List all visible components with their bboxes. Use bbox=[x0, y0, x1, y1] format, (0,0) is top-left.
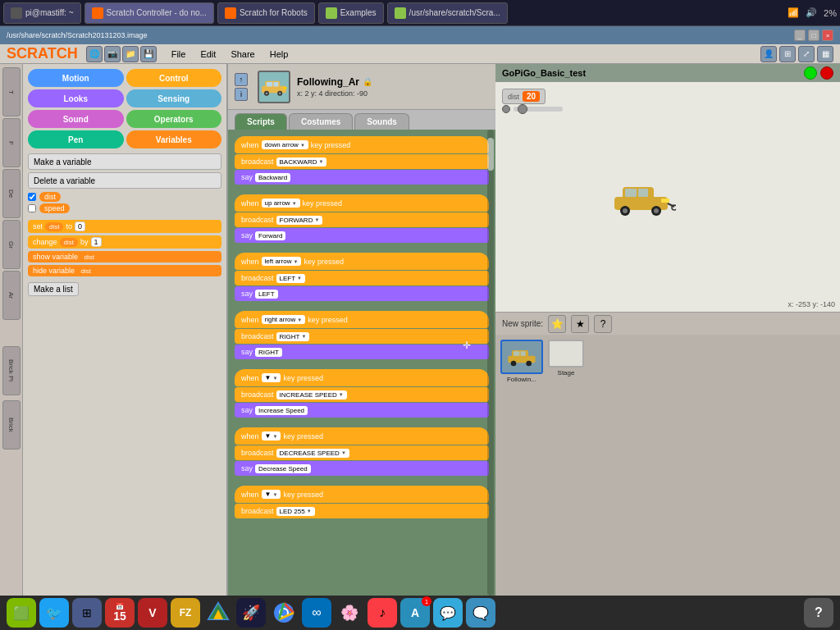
dock-appstore[interactable]: A 1 bbox=[400, 598, 430, 628]
block-broadcast-left[interactable]: broadcast LEFT ▼ bbox=[235, 271, 489, 285]
block-key-dropdown-4[interactable]: right arrow ▼ bbox=[262, 315, 306, 324]
menu-edit[interactable]: Edit bbox=[194, 48, 222, 61]
dock-google-drive[interactable] bbox=[203, 598, 233, 628]
block-when-key-decrease[interactable]: when ▼ ▼ key pressed bbox=[235, 427, 489, 445]
run-button[interactable] bbox=[804, 66, 817, 80]
dock-chat[interactable]: 🗨️ bbox=[466, 598, 495, 628]
script-area[interactable]: when down arrow ▼ key pressed broadcast … bbox=[228, 130, 495, 596]
block-say-forward[interactable]: say Forward bbox=[235, 228, 489, 243]
block-broadcast-increase[interactable]: broadcast INCREASE SPEED ▼ bbox=[235, 387, 489, 402]
tab-sounds[interactable]: Sounds bbox=[354, 113, 409, 130]
block-broadcast-val-3[interactable]: LEFT ▼ bbox=[276, 274, 306, 283]
block-broadcast-led[interactable]: broadcast LED 255 ▼ bbox=[235, 504, 489, 518]
folder-icon[interactable]: 📁 bbox=[122, 46, 139, 62]
block-broadcast-val-6[interactable]: DECREASE SPEED ▼ bbox=[276, 449, 349, 458]
maximize-button[interactable]: □ bbox=[808, 30, 819, 41]
delete-variable-button[interactable]: Delete a variable bbox=[28, 172, 221, 189]
expand-icon[interactable]: ⤢ bbox=[798, 46, 815, 62]
dock-pinwheel[interactable]: 🌸 bbox=[335, 598, 364, 628]
block-broadcast-val-1[interactable]: BACKWARD ▼ bbox=[276, 158, 327, 167]
category-pen[interactable]: Pen bbox=[28, 130, 124, 148]
camera-icon[interactable]: 📷 bbox=[104, 46, 121, 62]
sprite-item-stage[interactable]: Stage bbox=[548, 340, 584, 383]
category-operators[interactable]: Operators bbox=[126, 110, 222, 128]
menu-file[interactable]: File bbox=[165, 48, 193, 61]
close-button[interactable]: × bbox=[822, 30, 833, 41]
block-say-decrease[interactable]: say Decrease Speed bbox=[235, 461, 489, 476]
block-broadcast-backward[interactable]: broadcast BACKWARD ▼ bbox=[235, 154, 489, 169]
block-key-dropdown-6[interactable]: ▼ ▼ bbox=[262, 431, 281, 441]
block-set-dist[interactable]: set dist to 0 bbox=[28, 220, 221, 233]
category-motion[interactable]: Motion bbox=[28, 69, 124, 87]
block-show-variable[interactable]: show variable dist bbox=[28, 251, 221, 262]
new-sprite-random-button[interactable]: ? bbox=[594, 315, 612, 333]
block-when-left-arrow[interactable]: when left arrow ▼ key pressed bbox=[235, 253, 489, 270]
block-when-key-led[interactable]: when ▼ ▼ key pressed bbox=[235, 486, 489, 503]
category-sound[interactable]: Sound bbox=[28, 110, 124, 128]
menu-help[interactable]: Help bbox=[263, 48, 295, 61]
tab-scratch-robots[interactable]: Scratch for Robots bbox=[217, 2, 315, 24]
dock-apps[interactable]: ⊞ bbox=[72, 598, 102, 628]
var-dist-checkbox[interactable] bbox=[28, 193, 36, 201]
block-when-right-arrow[interactable]: when right arrow ▼ key pressed bbox=[235, 311, 489, 328]
new-sprite-paint-button[interactable]: ⭐ bbox=[548, 315, 566, 333]
script-scrollbar[interactable] bbox=[487, 130, 494, 596]
tab-costumes[interactable]: Costumes bbox=[289, 113, 353, 130]
sprite-control-info[interactable]: i bbox=[235, 88, 248, 101]
category-control[interactable]: Control bbox=[126, 69, 222, 87]
block-change-dist[interactable]: change dist by 1 bbox=[28, 235, 221, 249]
dock-rocket[interactable]: 🚀 bbox=[236, 598, 266, 628]
dock-calendar[interactable]: 📅 15 bbox=[105, 598, 135, 628]
block-when-key-increase[interactable]: when ▼ ▼ key pressed bbox=[235, 369, 489, 386]
block-broadcast-val-4[interactable]: RIGHT ▼ bbox=[276, 332, 310, 341]
dock-chrome[interactable] bbox=[269, 598, 299, 628]
block-key-dropdown-5[interactable]: ▼ ▼ bbox=[262, 373, 281, 382]
stage-canvas[interactable]: dist 20 bbox=[495, 82, 840, 312]
stop-button[interactable] bbox=[820, 66, 833, 80]
block-broadcast-decrease[interactable]: broadcast DECREASE SPEED ▼ bbox=[235, 445, 489, 460]
category-sensing[interactable]: Sensing bbox=[126, 89, 222, 107]
globe-icon[interactable]: 🌐 bbox=[86, 46, 103, 62]
dock-filezilla[interactable]: FZ bbox=[171, 598, 200, 628]
lock-icon[interactable]: 🔒 bbox=[363, 77, 372, 86]
var-speed-checkbox[interactable] bbox=[28, 204, 36, 212]
block-broadcast-val-2[interactable]: FORWARD ▼ bbox=[276, 216, 323, 225]
category-variables[interactable]: Variables bbox=[126, 130, 222, 148]
tab-usr-share[interactable]: /usr/share/scratch/Scra... bbox=[387, 2, 508, 24]
block-say-right[interactable]: say RIGHT bbox=[235, 345, 489, 359]
left-strip-art[interactable]: Ar bbox=[2, 271, 21, 320]
sprite-control-arrows[interactable]: ↑ bbox=[235, 73, 248, 86]
block-key-dropdown-3[interactable]: left arrow ▼ bbox=[262, 257, 302, 266]
block-key-dropdown-2[interactable]: up arrow ▼ bbox=[262, 199, 300, 208]
dock-music[interactable]: ♪ bbox=[368, 598, 397, 628]
block-say-increase[interactable]: say Increase Speed bbox=[235, 403, 489, 418]
block-say-backward[interactable]: say Backward bbox=[235, 170, 489, 185]
block-broadcast-val-5[interactable]: INCREASE SPEED ▼ bbox=[276, 390, 347, 399]
left-strip-brick2[interactable]: Brick bbox=[2, 400, 21, 450]
save-icon[interactable]: 💾 bbox=[140, 46, 157, 62]
make-variable-button[interactable]: Make a variable bbox=[28, 153, 221, 170]
layout-icon[interactable]: ▦ bbox=[817, 46, 833, 62]
category-looks[interactable]: Looks bbox=[28, 89, 124, 107]
grid-view-icon[interactable]: ⊞ bbox=[779, 46, 796, 62]
block-broadcast-forward[interactable]: broadcast FORWARD ▼ bbox=[235, 212, 489, 227]
left-strip-brick[interactable]: Brick Pi bbox=[2, 346, 21, 395]
var-slider[interactable] bbox=[514, 107, 563, 112]
left-strip-f[interactable]: F bbox=[2, 118, 21, 167]
block-broadcast-right[interactable]: broadcast RIGHT ▼ bbox=[235, 329, 489, 344]
tab-terminal[interactable]: pi@mastiff: ~ bbox=[3, 2, 81, 24]
block-say-left[interactable]: say LEFT bbox=[235, 286, 489, 301]
dock-help[interactable]: ? bbox=[804, 598, 833, 628]
dock-messages[interactable]: 💬 bbox=[433, 598, 463, 628]
sprite-item-following[interactable]: Followin... bbox=[500, 340, 543, 383]
block-hide-variable[interactable]: hide variable dist bbox=[28, 265, 221, 276]
block-key-dropdown-7[interactable]: ▼ ▼ bbox=[262, 490, 281, 499]
left-strip-de[interactable]: De bbox=[2, 169, 21, 218]
dock-evernote[interactable]: 🟩 bbox=[7, 598, 36, 628]
left-strip-gr[interactable]: Gr bbox=[2, 220, 21, 269]
new-sprite-file-button[interactable]: ★ bbox=[571, 315, 589, 333]
dock-arduino[interactable]: ∞ bbox=[302, 598, 331, 628]
menu-share[interactable]: Share bbox=[224, 48, 261, 61]
dock-vnc[interactable]: V bbox=[138, 598, 167, 628]
block-when-down-arrow[interactable]: when down arrow ▼ key pressed bbox=[235, 136, 489, 153]
